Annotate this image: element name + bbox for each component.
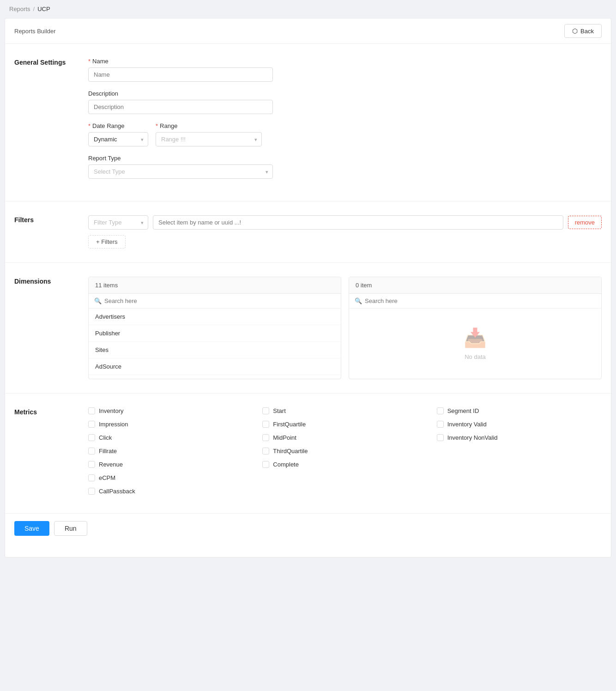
name-label: * Name <box>88 58 602 65</box>
general-settings-label: General Settings <box>14 58 88 187</box>
back-button[interactable]: ⬡ Back <box>564 24 602 38</box>
general-settings-content: * Name Description * Date Range <box>88 58 602 187</box>
firstquartile-checkbox[interactable] <box>262 421 269 428</box>
search-icon-right: 🔍 <box>355 297 362 304</box>
metrics-content: Inventory Impression Click Fillrate <box>88 407 602 495</box>
filters-section: Filters Filter Type ▾ remove + Filters <box>5 201 611 263</box>
metric-item: Inventory Valid <box>437 421 602 428</box>
date-range-select[interactable]: Dynamic <box>88 132 148 146</box>
metric-item: MidPoint <box>262 434 427 441</box>
metrics-grid: Inventory Impression Click Fillrate <box>88 407 602 495</box>
metrics-label: Metrics <box>14 407 88 495</box>
name-input[interactable] <box>88 67 273 82</box>
report-type-select[interactable]: Select Type <box>88 164 273 179</box>
filter-type-select[interactable]: Filter Type <box>88 215 148 230</box>
metric-item: FirstQuartile <box>262 421 427 428</box>
save-button[interactable]: Save <box>14 521 49 536</box>
description-field-group: Description <box>88 90 602 114</box>
main-card: Reports Builder ⬡ Back General Settings … <box>5 18 611 558</box>
ecpm-checkbox[interactable] <box>88 474 95 481</box>
filters-content: Filter Type ▾ remove + Filters <box>88 215 602 249</box>
remove-filter-button[interactable]: remove <box>568 216 602 229</box>
run-button[interactable]: Run <box>54 521 87 536</box>
add-filters-button[interactable]: + Filters <box>88 235 126 249</box>
midpoint-checkbox[interactable] <box>262 434 269 441</box>
dimensions-left-box: 11 items 🔍 Advertisers Publisher Sites A… <box>88 277 341 379</box>
dimensions-left-search-row: 🔍 <box>89 294 341 309</box>
dimensions-left-count: 11 items <box>89 277 341 294</box>
back-label: Back <box>580 28 594 35</box>
complete-checkbox[interactable] <box>262 461 269 468</box>
metric-item: Inventory NonValid <box>437 434 602 441</box>
breadcrumb-separator: / <box>33 6 35 12</box>
metric-item: Revenue <box>88 461 253 468</box>
revenue-checkbox[interactable] <box>88 461 95 468</box>
complete-label: Complete <box>273 461 299 468</box>
dimensions-right-search-row: 🔍 <box>349 294 601 309</box>
click-checkbox[interactable] <box>88 434 95 441</box>
breadcrumb-parent[interactable]: Reports <box>9 6 30 12</box>
start-label: Start <box>273 407 285 414</box>
description-input[interactable] <box>88 100 273 114</box>
dimensions-left-search-input[interactable] <box>104 297 335 304</box>
inventorynonvalid-label: Inventory NonValid <box>447 434 498 441</box>
breadcrumb: Reports / UCP <box>0 0 616 18</box>
metrics-col-1: Start FirstQuartile MidPoint ThirdQuarti… <box>262 407 427 495</box>
ecpm-label: eCPM <box>99 474 115 481</box>
breadcrumb-current: UCP <box>37 6 50 12</box>
segmentid-label: Segment ID <box>447 407 479 414</box>
inventorynonvalid-checkbox[interactable] <box>437 434 444 441</box>
segmentid-checkbox[interactable] <box>437 407 444 414</box>
name-field-group: * Name <box>88 58 602 82</box>
revenue-label: Revenue <box>99 461 123 468</box>
dimensions-empty-text: No data <box>465 353 486 360</box>
dimensions-right-search-input[interactable] <box>365 297 596 304</box>
dimensions-right-box: 0 item 🔍 📥 No data <box>349 277 602 379</box>
date-range-row: * Date Range Dynamic ▾ * <box>88 122 602 146</box>
start-checkbox[interactable] <box>262 407 269 414</box>
dimensions-content: 11 items 🔍 Advertisers Publisher Sites A… <box>88 277 602 379</box>
metric-item: Click <box>88 434 253 441</box>
metric-item: Start <box>262 407 427 414</box>
filter-row: Filter Type ▾ remove <box>88 215 602 230</box>
impression-checkbox[interactable] <box>88 421 95 428</box>
date-range-wrapper: * Date Range Dynamic ▾ <box>88 122 148 146</box>
list-item[interactable]: AdSource <box>89 358 341 375</box>
list-item[interactable]: Sites <box>89 342 341 358</box>
inventoryvalid-checkbox[interactable] <box>437 421 444 428</box>
filters-label: Filters <box>14 215 88 249</box>
name-required-star: * <box>88 58 91 65</box>
description-label: Description <box>88 90 602 97</box>
range-wrapper: * Range Range !!! ▾ <box>156 122 262 146</box>
card-header-title: Reports Builder <box>14 28 56 35</box>
inventoryvalid-label: Inventory Valid <box>447 421 487 428</box>
search-icon-left: 🔍 <box>94 297 102 304</box>
thirdquartile-label: ThirdQuartile <box>273 448 308 455</box>
metrics-col-2: Segment ID Inventory Valid Inventory Non… <box>437 407 602 495</box>
inventory-checkbox[interactable] <box>88 407 95 414</box>
metric-item: eCPM <box>88 474 253 481</box>
metric-item: ThirdQuartile <box>262 448 427 455</box>
filter-search-input[interactable] <box>153 215 563 230</box>
inventory-label: Inventory <box>99 407 123 414</box>
empty-inbox-icon: 📥 <box>464 327 487 349</box>
general-settings-section: General Settings * Name Description <box>5 44 611 201</box>
metric-item: CallPassback <box>88 488 253 495</box>
midpoint-label: MidPoint <box>273 434 296 441</box>
action-bar: Save Run <box>5 513 611 543</box>
range-select[interactable]: Range !!! <box>156 132 262 146</box>
metric-item: Fillrate <box>88 448 253 455</box>
back-icon: ⬡ <box>572 27 578 35</box>
date-range-select-wrapper: Dynamic ▾ <box>88 132 148 146</box>
list-item[interactable]: Publisher <box>89 325 341 342</box>
dimensions-right-count: 0 item <box>349 277 601 294</box>
fillrate-checkbox[interactable] <box>88 448 95 455</box>
callpassback-checkbox[interactable] <box>88 488 95 495</box>
thirdquartile-checkbox[interactable] <box>262 448 269 455</box>
click-label: Click <box>99 434 112 441</box>
list-item[interactable]: Advertisers <box>89 309 341 325</box>
dimensions-boxes: 11 items 🔍 Advertisers Publisher Sites A… <box>88 277 602 379</box>
metric-item: Impression <box>88 421 253 428</box>
metric-item: Inventory <box>88 407 253 414</box>
metrics-section: Metrics Inventory Impression Click <box>5 394 611 509</box>
